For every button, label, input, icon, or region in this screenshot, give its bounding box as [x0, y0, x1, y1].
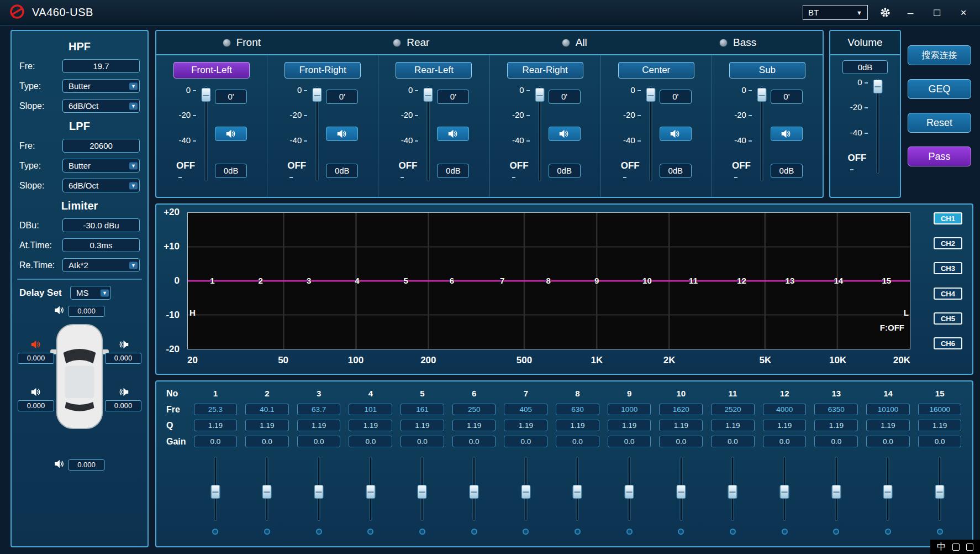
close-button[interactable]: × — [956, 7, 971, 19]
channel-button-rear-left[interactable]: Rear-Left — [396, 62, 472, 79]
front-right-delay-value[interactable]: 0.000 — [105, 353, 141, 364]
radio-icon[interactable] — [393, 39, 401, 47]
band-enable-dot[interactable] — [678, 529, 684, 535]
band-fre-value[interactable]: 2520 — [711, 404, 755, 415]
band-gain-slider[interactable] — [314, 456, 324, 522]
channel-button-center[interactable]: Center — [618, 62, 694, 79]
band-enable-dot[interactable] — [626, 529, 633, 535]
limiter-attack-input[interactable]: 0.3ms — [62, 238, 140, 252]
band-gain-slider[interactable] — [831, 456, 841, 522]
band-fre-value[interactable]: 101 — [349, 404, 392, 415]
hpf-type-select[interactable]: Butter ▼ — [62, 79, 140, 93]
group-tab-bass[interactable]: Bass — [719, 36, 756, 49]
hpf-frequency-input[interactable]: 19.7 — [62, 59, 140, 73]
gain-button[interactable]: 0dB — [437, 164, 469, 178]
reset-button[interactable]: Reset — [908, 113, 971, 133]
band-q-value[interactable]: 1.19 — [814, 420, 858, 431]
slider-handle[interactable] — [418, 485, 427, 499]
band-gain-value[interactable]: 0.0 — [814, 436, 858, 447]
band-enable-dot[interactable] — [523, 529, 529, 535]
slider-handle[interactable] — [757, 88, 766, 102]
band-gain-slider[interactable] — [676, 456, 686, 522]
slider-handle[interactable] — [935, 485, 945, 499]
channel-button-front-right[interactable]: Front-Right — [284, 62, 361, 79]
channel-select-ch4[interactable]: CH4 — [934, 288, 962, 300]
phase-button[interactable]: 0' — [437, 90, 469, 104]
radio-icon[interactable] — [562, 39, 570, 47]
band-fre-value[interactable]: 1620 — [659, 404, 703, 415]
limiter-release-select[interactable]: Atk*2 ▼ — [62, 258, 140, 272]
band-gain-slider[interactable] — [572, 456, 582, 522]
band-q-value[interactable]: 1.19 — [401, 420, 444, 431]
phase-button[interactable]: 0' — [771, 90, 803, 104]
group-tab-all[interactable]: All — [562, 36, 587, 49]
slider-handle[interactable] — [470, 485, 479, 499]
band-gain-value[interactable]: 0.0 — [297, 436, 341, 447]
slider-handle[interactable] — [883, 485, 893, 499]
band-gain-value[interactable]: 0.0 — [504, 436, 547, 447]
band-q-value[interactable]: 1.19 — [297, 420, 341, 431]
band-q-value[interactable]: 1.19 — [763, 420, 807, 431]
radio-icon[interactable] — [719, 39, 728, 47]
eq-point-13[interactable]: 13 — [786, 276, 795, 285]
band-enable-dot[interactable] — [833, 529, 839, 535]
eq-point-15[interactable]: 15 — [882, 276, 891, 285]
ime-icon[interactable] — [966, 543, 973, 551]
volume-slider[interactable] — [873, 77, 883, 175]
band-gain-value[interactable]: 0.0 — [401, 436, 444, 447]
eq-point-9[interactable]: 9 — [594, 276, 599, 285]
gain-button[interactable]: 0dB — [660, 164, 692, 178]
band-enable-dot[interactable] — [367, 529, 373, 535]
phase-button[interactable]: 0' — [326, 90, 358, 104]
channel-select-ch2[interactable]: CH2 — [934, 237, 962, 249]
band-fre-value[interactable]: 63.7 — [297, 404, 341, 415]
hpf-slope-select[interactable]: 6dB/Oct ▼ — [62, 99, 140, 113]
band-enable-dot[interactable] — [264, 529, 270, 535]
band-enable-dot[interactable] — [937, 529, 943, 535]
geq-button[interactable]: GEQ — [908, 79, 971, 99]
band-gain-slider[interactable] — [935, 456, 945, 522]
ime-bar[interactable]: 中 — [930, 540, 980, 554]
gain-button[interactable]: 0dB — [771, 164, 803, 178]
rear-center-delay-value[interactable]: 0.000 — [69, 459, 105, 471]
lpf-type-select[interactable]: Butter ▼ — [62, 159, 140, 173]
channel-select-ch3[interactable]: CH3 — [934, 262, 962, 274]
band-enable-dot[interactable] — [471, 529, 477, 535]
band-gain-value[interactable]: 0.0 — [763, 436, 807, 447]
band-gain-value[interactable]: 0.0 — [866, 436, 910, 447]
phase-button[interactable]: 0' — [549, 90, 581, 104]
channel-button-sub[interactable]: Sub — [729, 62, 805, 79]
slider-handle[interactable] — [625, 485, 634, 499]
mute-button[interactable] — [660, 127, 692, 141]
group-tab-front[interactable]: Front — [223, 36, 261, 49]
gain-button[interactable]: 0dB — [549, 164, 581, 178]
band-gain-slider[interactable] — [883, 456, 893, 522]
lpf-marker[interactable]: L — [904, 307, 909, 317]
slider-handle[interactable] — [521, 485, 530, 499]
band-gain-value[interactable]: 0.0 — [711, 436, 755, 447]
settings-gear-icon[interactable] — [879, 6, 892, 19]
band-q-value[interactable]: 1.19 — [711, 420, 755, 431]
band-q-value[interactable]: 1.19 — [659, 420, 703, 431]
slider-handle[interactable] — [646, 88, 655, 102]
band-gain-value[interactable]: 0.0 — [245, 436, 289, 447]
mute-button[interactable] — [437, 127, 469, 141]
band-gain-value[interactable]: 0.0 — [659, 436, 703, 447]
band-gain-slider[interactable] — [728, 456, 737, 522]
band-gain-slider[interactable] — [366, 456, 376, 522]
band-gain-slider[interactable] — [417, 456, 427, 522]
slider-handle[interactable] — [202, 88, 211, 102]
slider-handle[interactable] — [728, 485, 737, 499]
mute-button[interactable] — [215, 127, 247, 141]
channel-select-ch6[interactable]: CH6 — [934, 337, 962, 349]
gain-button[interactable]: 0dB — [326, 164, 358, 178]
band-enable-dot[interactable] — [419, 529, 425, 535]
band-enable-dot[interactable] — [782, 529, 788, 535]
band-gain-value[interactable]: 0.0 — [349, 436, 392, 447]
band-fre-value[interactable]: 10100 — [866, 404, 910, 415]
band-gain-value[interactable]: 0.0 — [918, 436, 962, 447]
channel-gain-slider[interactable] — [423, 85, 433, 182]
slider-handle[interactable] — [314, 485, 324, 499]
band-q-value[interactable]: 1.19 — [245, 420, 289, 431]
band-gain-slider[interactable] — [521, 456, 531, 522]
